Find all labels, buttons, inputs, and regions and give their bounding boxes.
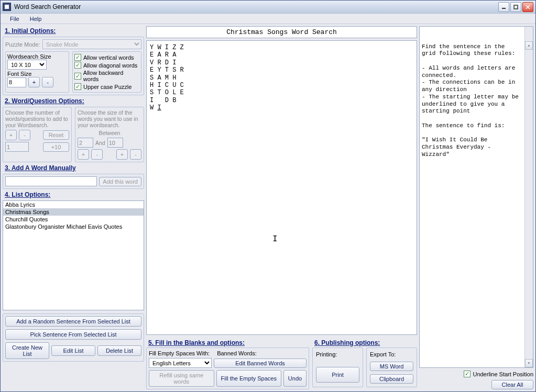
puzzle-area[interactable]: Y W I Z Z E A R A V R D I E Y T S R S A …: [146, 40, 417, 335]
allow-diagonal-label: Allow diagonal words: [83, 62, 137, 69]
puzzle-title: Christmas Songs Word Search: [146, 26, 417, 38]
puzzle-mode-select[interactable]: Snake Mode: [42, 39, 141, 49]
section-publish-title: 6. Publishing options:: [312, 338, 417, 348]
printing-label: Printing:: [316, 351, 337, 357]
list-item[interactable]: Glastonbury Organister Michael Eavis Quo…: [3, 223, 144, 230]
minimize-icon: [501, 5, 506, 9]
wq-max-plus-button[interactable]: +: [116, 149, 128, 160]
allow-backward-checkbox[interactable]: ✓ Allow backward words: [74, 69, 139, 83]
close-button[interactable]: [522, 2, 533, 12]
close-icon: [526, 5, 530, 9]
allow-backward-label: Allow backward words: [83, 70, 139, 82]
titlebar: Word Search Generator: [1, 1, 535, 14]
wq-right-text: Choose the size of the words you want to…: [78, 109, 141, 128]
wq-plus10-button[interactable]: +10: [43, 142, 69, 152]
font-size-input[interactable]: [7, 77, 26, 87]
wq-max-minus-button[interactable]: -: [130, 149, 141, 160]
fill-empty-select[interactable]: English Letters: [149, 358, 212, 368]
menu-file[interactable]: File: [5, 15, 25, 23]
maximize-button[interactable]: [510, 2, 521, 12]
list-item[interactable]: Christmas Songs: [3, 208, 144, 216]
app-icon: [3, 3, 11, 11]
maximize-icon: [513, 5, 518, 9]
wq-count-minus-button[interactable]: -: [19, 130, 30, 140]
undo-button[interactable]: Undo: [283, 370, 307, 387]
pick-sentence-button[interactable]: Pick Sentence From Selected List: [5, 329, 141, 340]
print-button[interactable]: Print: [316, 367, 359, 383]
section-fill-title: 5. Fill in the Blanks and options:: [146, 338, 309, 348]
upper-case-checkbox[interactable]: ✓ Upper case Puzzle: [74, 83, 139, 91]
window-title: Word Search Generator: [14, 3, 498, 10]
fill-empty-label: Fill Empty Spaces With:: [149, 350, 210, 356]
puzzle-mode-label: Puzzle Mode:: [5, 41, 40, 48]
create-list-button[interactable]: Create New List: [5, 342, 49, 359]
clipboard-button[interactable]: Clipboard: [370, 374, 413, 384]
fill-empty-button[interactable]: Fill the Empty Spaces: [216, 370, 282, 387]
section-addword-title: 3. Add A Word Manually: [3, 163, 144, 173]
check-icon: ✓: [464, 371, 471, 377]
menu-help[interactable]: Help: [25, 15, 47, 23]
allow-vertical-label: Allow vertical words: [83, 54, 134, 61]
clear-all-button[interactable]: Clear All: [491, 380, 533, 389]
text-cursor-icon: I: [272, 234, 278, 244]
wq-between-label: Between: [99, 130, 121, 136]
allow-diagonal-checkbox[interactable]: ✓ Allow diagonal words: [74, 61, 139, 69]
ws-size-label: Wordsearch Size: [7, 53, 51, 60]
upper-case-label: Upper case Puzzle: [83, 84, 132, 90]
wq-count-plus-button[interactable]: +: [5, 130, 17, 140]
wq-left-text: Choose the number of words/questions to …: [5, 109, 69, 128]
font-size-minus-button[interactable]: -: [42, 77, 53, 87]
underline-start-label: Underline Start Position: [473, 371, 533, 377]
check-icon: ✓: [74, 83, 81, 90]
wq-and-label: And: [95, 140, 105, 146]
wq-min-minus-button[interactable]: -: [91, 149, 103, 160]
font-size-label: Font Size: [7, 71, 31, 77]
scrollbar[interactable]: ▴ ▾: [524, 27, 533, 367]
wq-reset-button[interactable]: Reset: [43, 130, 69, 140]
scroll-up-icon[interactable]: ▴: [525, 41, 533, 50]
wq-min-input[interactable]: [78, 138, 93, 148]
menubar: File Help: [1, 14, 535, 24]
rules-text-area[interactable]: Find the sentence in the grid following …: [419, 26, 533, 368]
wq-max-input[interactable]: [107, 138, 123, 148]
delete-list-button[interactable]: Delete List: [97, 345, 141, 356]
font-size-plus-button[interactable]: +: [28, 77, 40, 87]
underline-start-checkbox[interactable]: ✓ Underline Start Position: [419, 370, 533, 378]
svg-rect-1: [514, 5, 518, 9]
list-item[interactable]: Churchill Quotes: [3, 216, 144, 223]
list-item[interactable]: Abba Lyrics: [3, 201, 144, 208]
wq-min-plus-button[interactable]: +: [78, 149, 89, 160]
check-icon: ✓: [74, 62, 81, 69]
section-list-title: 4. List Options:: [3, 190, 144, 199]
section-wq-title: 2. Word/Question Options:: [3, 96, 144, 106]
rules-text: Find the sentence in the grid following …: [422, 43, 531, 159]
export-label: Export To:: [370, 351, 396, 357]
msword-button[interactable]: MS Word: [370, 362, 413, 371]
refill-button[interactable]: Refill using same words: [149, 370, 214, 387]
scroll-down-icon[interactable]: ▾: [525, 359, 533, 367]
allow-vertical-checkbox[interactable]: ✓ Allow vertical words: [74, 53, 139, 61]
add-random-button[interactable]: Add a Random Sentence From Selected List: [5, 316, 141, 327]
list-box[interactable]: Abba Lyrics Christmas Songs Churchill Qu…: [3, 200, 144, 310]
banned-words-label: Banned Words:: [217, 350, 257, 356]
addword-button[interactable]: Add this word: [99, 177, 141, 186]
edit-banned-button[interactable]: Edit Banned Words: [214, 359, 307, 368]
wq-count-input[interactable]: [5, 142, 29, 152]
check-icon: ✓: [74, 73, 81, 80]
edit-list-button[interactable]: Edit List: [51, 345, 95, 356]
ws-size-select[interactable]: 10 X 10: [7, 60, 47, 70]
section-initial-title: 1. Initial Options:: [3, 26, 144, 36]
addword-input[interactable]: [5, 176, 97, 186]
check-icon: ✓: [74, 54, 81, 61]
minimize-button[interactable]: [498, 2, 509, 12]
